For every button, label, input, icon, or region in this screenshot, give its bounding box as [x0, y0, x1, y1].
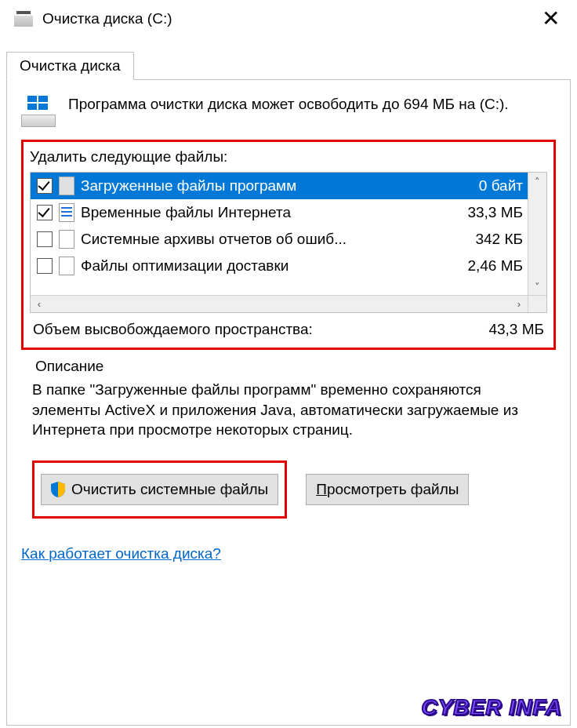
disk-cleanup-window: Очистка диска (C:) ✕ Очистка диска Прогр… [0, 0, 577, 728]
highlight-clean-system-box: Очистить системные файлы [32, 460, 287, 519]
button-row: Очистить системные файлы Просмотреть фай… [32, 460, 545, 519]
checkbox[interactable] [37, 205, 53, 220]
scrollbar-corner [528, 295, 546, 312]
summary-text: Программа очистки диска может освободить… [68, 94, 509, 115]
drive-icon [21, 96, 56, 127]
vertical-scrollbar[interactable]: ˄ ˅ [528, 173, 546, 295]
tab-disk-cleanup[interactable]: Очистка диска [6, 52, 134, 80]
list-item-size: 0 байт [471, 177, 523, 195]
scroll-down-icon[interactable]: ˅ [528, 278, 546, 295]
description-legend: Описание [32, 358, 107, 375]
summary-row: Программа очистки диска может освободить… [21, 94, 556, 127]
list-item-label: Файлы оптимизации доставки [81, 257, 459, 275]
list-item-label: Системные архивы отчетов об ошиб... [81, 231, 467, 248]
tab-strip: Очистка диска Программа очистки диска мо… [6, 52, 571, 726]
file-icon [59, 177, 74, 195]
checkbox[interactable] [37, 258, 53, 274]
list-item-size: 33,3 МБ [459, 204, 523, 221]
total-value: 43,3 МБ [488, 321, 544, 338]
files-listbox-container: Загруженные файлы программ 0 байт Времен… [30, 172, 547, 313]
clean-system-files-button[interactable]: Очистить системные файлы [41, 474, 278, 505]
total-row: Объем высвобождаемого пространства: 43,3… [30, 313, 547, 340]
disk-cleanup-app-icon [14, 11, 33, 27]
scroll-up-icon[interactable]: ˄ [528, 173, 546, 190]
total-label: Объем высвобождаемого пространства: [33, 321, 313, 338]
file-icon [59, 257, 74, 275]
horizontal-scrollbar[interactable]: ‹ › [31, 295, 528, 312]
list-item[interactable]: Системные архивы отчетов об ошиб... 342 … [31, 226, 528, 253]
tab-panel: Программа очистки диска может освободить… [6, 79, 571, 726]
list-item-label: Временные файлы Интернета [81, 204, 459, 221]
list-item-size: 342 КБ [467, 231, 523, 248]
view-files-label: Просмотреть файлы [316, 481, 459, 498]
description-text: В папке "Загруженные файлы программ" вре… [32, 380, 545, 440]
close-icon[interactable]: ✕ [534, 8, 568, 30]
list-item[interactable]: Файлы оптимизации доставки 2,46 МБ [31, 253, 528, 279]
titlebar: Очистка диска (C:) ✕ [0, 0, 577, 36]
watermark: CYBER INFA [421, 695, 562, 720]
files-group-label: Удалить следующие файлы: [30, 148, 547, 166]
list-item[interactable]: Загруженные файлы программ 0 байт [31, 173, 528, 199]
scroll-right-icon[interactable]: › [510, 296, 528, 312]
files-listbox[interactable]: Загруженные файлы программ 0 байт Времен… [31, 173, 528, 295]
view-files-button[interactable]: Просмотреть файлы [306, 474, 469, 505]
list-item-size: 2,46 МБ [459, 257, 523, 275]
shield-icon [51, 482, 65, 497]
checkbox[interactable] [37, 231, 53, 247]
help-link[interactable]: Как работает очистка диска? [21, 545, 221, 562]
help-link-row: Как работает очистка диска? [21, 545, 556, 562]
description-group: Описание В папке "Загруженные файлы прог… [21, 353, 556, 533]
list-item-label: Загруженные файлы программ [81, 177, 471, 195]
window-title: Очистка диска (C:) [42, 10, 534, 27]
file-icon [59, 203, 74, 222]
highlight-files-box: Удалить следующие файлы: Загруженные фай… [21, 140, 556, 350]
file-icon [59, 230, 74, 249]
list-item[interactable]: Временные файлы Интернета 33,3 МБ [31, 199, 528, 226]
scroll-left-icon[interactable]: ‹ [31, 296, 48, 312]
clean-system-files-label: Очистить системные файлы [71, 481, 268, 498]
checkbox[interactable] [37, 178, 53, 194]
